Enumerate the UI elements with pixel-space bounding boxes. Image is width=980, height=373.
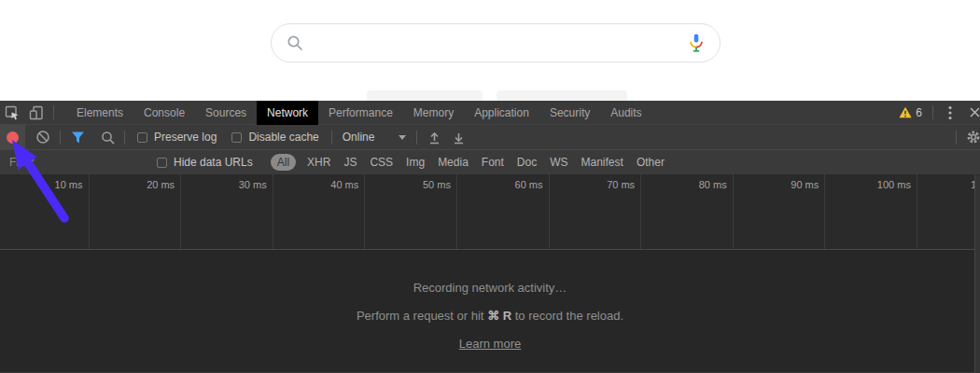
type-filter-css[interactable]: CSS	[363, 156, 399, 169]
search-input[interactable]	[313, 35, 677, 51]
separator	[60, 131, 61, 145]
devtools-tabs: ElementsConsoleSourcesNetworkPerformance…	[66, 101, 652, 125]
warning-badge[interactable]: 6	[893, 106, 928, 119]
tick-label: 10 ms	[8, 179, 83, 190]
checkbox-icon[interactable]	[137, 132, 147, 143]
type-filter-media[interactable]: Media	[431, 156, 475, 169]
tick-label: 20 ms	[100, 179, 175, 190]
type-filter-other[interactable]: Other	[630, 156, 671, 169]
tab-console[interactable]: Console	[133, 101, 195, 125]
timeline-gridline	[364, 174, 365, 249]
tab-bar-right-controls: 6	[893, 101, 980, 125]
import-har-button[interactable]	[422, 125, 446, 149]
preserve-log-label: Preserve log	[154, 131, 217, 144]
microphone-icon[interactable]	[686, 33, 707, 53]
record-button[interactable]	[0, 125, 25, 149]
device-toolbar-icon[interactable]	[24, 101, 49, 125]
devtools-tab-bar: ElementsConsoleSourcesNetworkPerformance…	[0, 101, 980, 125]
preserve-log-checkbox[interactable]: Preserve log	[137, 131, 217, 144]
scrollbar-gutter[interactable]	[974, 175, 980, 373]
more-options-icon[interactable]	[938, 101, 962, 125]
separator	[53, 105, 54, 119]
disable-cache-label: Disable cache	[248, 131, 318, 144]
tick-label: 90 ms	[744, 179, 819, 190]
clear-button[interactable]	[31, 125, 55, 149]
throttling-value: Online	[343, 131, 375, 144]
tab-memory[interactable]: Memory	[403, 101, 464, 125]
screenshot-root: ElementsConsoleSourcesNetworkPerformance…	[0, 0, 980, 373]
tab-network[interactable]: Network	[257, 101, 318, 125]
type-filter-font[interactable]: Font	[475, 156, 511, 169]
warning-icon	[899, 106, 912, 118]
type-filter-ws[interactable]: WS	[543, 156, 574, 169]
timeline-gridline	[456, 174, 457, 249]
google-search-bar[interactable]	[271, 23, 721, 62]
empty-state-hint: Perform a request or hit ⌘ R to record t…	[0, 309, 980, 323]
google-search-button[interactable]	[367, 90, 483, 101]
tick-label: 100 ms	[836, 179, 911, 190]
timeline-gridline	[180, 174, 181, 249]
separator	[416, 131, 417, 145]
separator	[124, 131, 125, 145]
timeline-gridline	[89, 174, 90, 249]
hide-data-urls-label: Hide data URLs	[174, 156, 253, 169]
tab-sources[interactable]: Sources	[195, 101, 257, 125]
type-filter-all[interactable]: All	[271, 154, 296, 171]
browser-page	[0, 0, 980, 101]
network-empty-state: Recording network activity… Perform a re…	[0, 250, 980, 372]
tab-performance[interactable]: Performance	[318, 101, 403, 125]
filter-input[interactable]	[9, 156, 149, 169]
timeline-gridline	[549, 174, 550, 249]
tick-label: 60 ms	[469, 179, 543, 190]
type-filter-js[interactable]: JS	[337, 156, 363, 169]
type-filter-xhr[interactable]: XHR	[301, 156, 337, 169]
network-filter-bar: Hide data URLs AllXHRJSCSSImgMediaFontDo…	[0, 150, 980, 174]
timeline-area: 1 10 ms20 ms30 ms40 ms50 ms60 ms70 ms80 …	[0, 174, 980, 250]
separator	[331, 131, 332, 145]
checkbox-icon[interactable]	[157, 158, 167, 168]
network-toolbar: Preserve log Disable cache Online	[0, 125, 980, 150]
tab-audits[interactable]: Audits	[600, 101, 651, 125]
search-icon	[287, 35, 303, 51]
warning-count: 6	[916, 106, 922, 119]
im-feeling-lucky-button[interactable]	[497, 90, 627, 101]
tick-label: 80 ms	[652, 179, 727, 190]
type-filter-img[interactable]: Img	[399, 156, 431, 169]
learn-more-link[interactable]: Learn more	[459, 337, 521, 351]
settings-gear-icon[interactable]	[961, 125, 980, 149]
throttling-select[interactable]: Online	[343, 131, 407, 144]
timeline-gridline	[640, 174, 641, 249]
tab-elements[interactable]: Elements	[66, 101, 133, 125]
keyboard-shortcut: ⌘ R	[487, 309, 511, 323]
tick-label: 50 ms	[376, 179, 451, 190]
tick-label: 30 ms	[192, 179, 267, 190]
resource-type-filters: AllXHRJSCSSImgMediaFontDocWSManifestOthe…	[266, 154, 671, 171]
timeline-gridline	[733, 174, 734, 249]
tick-label: 70 ms	[560, 179, 635, 190]
empty-state-title: Recording network activity…	[0, 281, 980, 295]
export-har-button[interactable]	[446, 125, 470, 149]
checkbox-icon[interactable]	[231, 132, 242, 143]
type-filter-doc[interactable]: Doc	[511, 156, 543, 169]
tick-label: 40 ms	[284, 179, 358, 190]
devtools-panel: ElementsConsoleSourcesNetworkPerformance…	[0, 101, 980, 373]
search-requests-button[interactable]	[95, 125, 119, 149]
close-devtools-icon[interactable]	[962, 101, 980, 125]
disable-cache-checkbox[interactable]: Disable cache	[231, 131, 318, 144]
separator	[932, 105, 933, 119]
timeline-gridline	[824, 174, 825, 249]
chevron-down-icon	[399, 135, 406, 140]
type-filter-manifest[interactable]: Manifest	[575, 156, 630, 169]
record-icon	[7, 131, 19, 144]
timeline-gridline	[273, 174, 273, 249]
tab-security[interactable]: Security	[539, 101, 600, 125]
tab-application[interactable]: Application	[464, 101, 539, 125]
filter-toggle-button[interactable]	[65, 125, 90, 149]
separator	[956, 131, 957, 145]
timeline-gridline	[917, 174, 917, 249]
hide-data-urls-checkbox[interactable]: Hide data URLs	[157, 156, 253, 169]
inspect-element-icon[interactable]	[0, 101, 24, 125]
